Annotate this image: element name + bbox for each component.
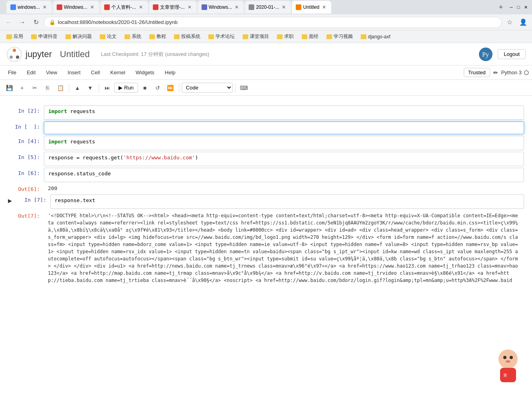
move-up-button[interactable]: ▲ (71, 82, 83, 94)
keyboard-shortcuts-button[interactable]: ⌨ (238, 82, 250, 94)
bookmark-学术论坛[interactable]: 学术论坛 (205, 32, 238, 41)
profile-button[interactable]: 👤 (518, 17, 529, 28)
jupyter-header: jupyter Untitled Last Checkpoint: 17 分钟前… (0, 43, 532, 66)
bookmark-求职[interactable]: 求职 (274, 32, 297, 41)
menu-item-kernel[interactable]: Kernel (105, 68, 130, 77)
tab-close-icon[interactable]: ✕ (42, 4, 48, 10)
separator3 (179, 83, 179, 93)
cell-1-input[interactable]: import requests (44, 105, 524, 120)
bookmark-论文[interactable]: 论文 (97, 32, 120, 41)
bookmark-教程[interactable]: 教程 (146, 32, 169, 41)
browser-tab-tab5[interactable]: Windows... ✕ (198, 1, 244, 14)
tab-close-icon[interactable]: ✕ (138, 4, 144, 10)
bookmark-学习视频[interactable]: 学习视频 (323, 32, 356, 41)
star-button[interactable]: ☆ (504, 17, 515, 28)
menu-item-view[interactable]: View (41, 68, 62, 77)
step-into-button[interactable]: ⏭ (101, 82, 113, 94)
maximize-button[interactable]: □ (515, 4, 522, 10)
save-button[interactable]: 💾 (3, 82, 15, 94)
bookmark-label: 系统 (132, 33, 141, 40)
minimize-button[interactable]: ─ (508, 4, 514, 10)
browser-tab-tab7[interactable]: Untitled ✕ (292, 1, 331, 14)
edit-icon[interactable]: ✏ (493, 69, 498, 76)
code-text: response = requests.get( (48, 155, 123, 161)
svg-text:Py: Py (482, 51, 489, 58)
tab-label: 2020-01-... (256, 4, 279, 10)
menu-item-cell[interactable]: Cell (86, 68, 105, 77)
trusted-button[interactable]: Trusted (464, 68, 490, 77)
run-button[interactable]: ▶ Run (114, 83, 138, 93)
bookmark-label: 面经 (309, 33, 318, 40)
address-text: localhost:8890/notebooks/2020-01-26/Unti… (58, 19, 496, 25)
cell-7-output-wrapper: Out[7]: '<!DOCTYPE html>\r\n<!--STATUS O… (0, 210, 532, 286)
browser-tab-tab2[interactable]: Windows... ✕ (53, 1, 99, 14)
menu-item-insert[interactable]: Insert (63, 68, 85, 77)
cell-5-input[interactable]: response.status_code (44, 168, 524, 182)
cell-2-wrapper: In [ ]: (0, 121, 532, 134)
jupyter-header-right: Py Logout (479, 47, 526, 62)
svg-point-6 (498, 349, 518, 369)
restart-button[interactable]: ↺ (152, 82, 164, 94)
browser-toolbar: ← → ↻ 🔒 localhost:8890/notebooks/2020-01… (0, 14, 532, 30)
tab-close-icon[interactable]: ✕ (281, 4, 287, 10)
bookmark-django-axf[interactable]: django-axf (358, 33, 394, 41)
bookmark-应用[interactable]: 应用 (3, 32, 26, 41)
restart-run-button[interactable]: ⏩ (164, 82, 176, 94)
folder-icon (125, 34, 130, 39)
paste-button[interactable]: 📋 (54, 82, 66, 94)
tab-favicon (202, 4, 207, 10)
jupyter-logo-icon (6, 46, 22, 62)
browser-tab-tab3[interactable]: 个人资料-... ✕ (100, 1, 148, 14)
menu-item-help[interactable]: Help (160, 68, 180, 77)
new-tab-button[interactable]: + (495, 2, 506, 13)
bookmark-面经[interactable]: 面经 (299, 32, 322, 41)
move-down-button[interactable]: ▼ (84, 82, 96, 94)
bookmark-课堂项目[interactable]: 课堂项目 (239, 32, 272, 41)
interrupt-button[interactable]: ■ (139, 82, 151, 94)
tab-close-icon[interactable]: ✕ (186, 4, 193, 10)
tab-label: windows... (18, 4, 40, 10)
separator1 (69, 83, 69, 93)
character-svg: 英 (492, 347, 524, 383)
folder-icon (302, 34, 307, 39)
logout-button[interactable]: Logout (498, 49, 526, 59)
cell-3-prompt: In [4]: (8, 136, 44, 144)
close-button[interactable]: ✕ (522, 4, 529, 10)
reload-button[interactable]: ↻ (30, 17, 42, 28)
code-text: ) (195, 155, 198, 161)
lock-icon: 🔒 (49, 19, 55, 25)
tab-close-icon[interactable]: ✕ (89, 4, 95, 10)
back-button[interactable]: ← (3, 17, 14, 28)
cell-7-out-prompt: Out[7]: (8, 210, 44, 219)
kernel-indicator: Python 3 (501, 69, 529, 75)
add-cell-button[interactable]: + (16, 82, 28, 94)
svg-rect-10 (500, 368, 516, 382)
browser-tab-tab4[interactable]: 文章管理-... ✕ (149, 1, 197, 14)
cell-5-prompt: In [6]: (8, 168, 44, 176)
bookmark-申请抖音[interactable]: 申请抖音 (28, 32, 61, 41)
address-bar[interactable]: 🔒 localhost:8890/notebooks/2020-01-26/Un… (44, 17, 502, 28)
cell-7-input[interactable]: response.text (50, 195, 524, 209)
tab-close-icon[interactable]: ✕ (321, 4, 327, 10)
cell-4-input[interactable]: response = requests.get('https://www.bai… (44, 152, 524, 166)
notebook-name[interactable]: Untitled (60, 49, 90, 60)
svg-point-1 (13, 49, 16, 52)
copy-button[interactable]: ⎘ (42, 82, 53, 94)
tab-close-icon[interactable]: ✕ (233, 4, 240, 10)
cell-2-input[interactable] (44, 121, 524, 134)
tab-favicon (10, 4, 16, 10)
menu-item-file[interactable]: File (3, 68, 21, 77)
cell-3-input[interactable]: import requests (44, 136, 524, 150)
browser-tab-tab1[interactable]: windows... ✕ (6, 1, 52, 14)
browser-tab-tab6[interactable]: 2020-01-... ✕ (245, 1, 291, 14)
bookmark-投稿系统[interactable]: 投稿系统 (171, 32, 204, 41)
menu-item-edit[interactable]: Edit (22, 68, 40, 77)
cell-type-select[interactable]: Code Markdown Raw NBConvert (182, 83, 233, 93)
bookmark-解决问题[interactable]: 解决问题 (62, 32, 95, 41)
tab-label: 个人资料-... (111, 4, 136, 11)
cut-button[interactable]: ✂ (29, 82, 41, 94)
cell-2-prompt: In [ ]: (8, 121, 44, 130)
forward-button[interactable]: → (17, 17, 28, 28)
bookmark-系统[interactable]: 系统 (121, 32, 144, 41)
menu-item-widgets[interactable]: Widgets (131, 68, 159, 77)
